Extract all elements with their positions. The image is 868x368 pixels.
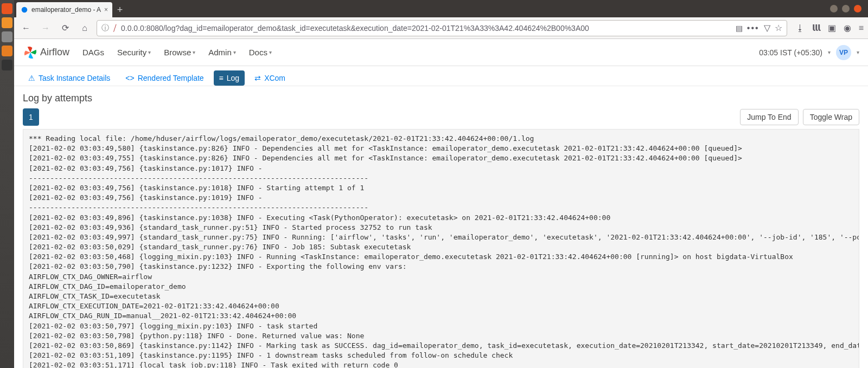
chevron-down-icon[interactable]: ▾ [828,49,831,55]
tab-log[interactable]: ≡Log [214,70,245,86]
account-icon[interactable]: ◉ [844,23,851,33]
nav-browse[interactable]: Browse▾ [164,48,195,57]
browser-titlebar: emailoperator_demo - A × + [14,0,868,17]
chevron-down-icon: ▾ [233,49,236,55]
airflow-logo[interactable]: Airflow [23,45,69,60]
window-controls [830,5,866,12]
insecure-icon: ⧸ [113,23,117,33]
browser-tab[interactable]: emailoperator_demo - A × [16,2,112,17]
url-text: 0.0.0.0:8080/log?dag_id=emailoperator_de… [121,24,589,33]
avatar[interactable]: VP [836,45,851,60]
back-button[interactable]: ← [18,21,34,36]
brand-text: Airflow [40,47,69,58]
downloads-icon[interactable]: ⭳ [796,23,805,33]
more-icon[interactable]: ••• [747,23,760,33]
os-launcher[interactable] [0,0,14,368]
sidebar-icon[interactable]: ▣ [828,23,836,33]
window-maximize[interactable] [842,5,850,12]
airflow-navbar: Airflow DAGs Security▾ Browse▾ Admin▾ Do… [14,39,868,66]
launcher-icon[interactable] [2,60,12,70]
tab-xcom[interactable]: ⇄XCom [249,70,291,86]
nav-security[interactable]: Security▾ [117,48,151,57]
chevron-down-icon: ▾ [269,49,272,55]
svg-point-0 [22,7,28,13]
chevron-down-icon: ▾ [193,49,195,55]
tab-rendered-template[interactable]: <>Rendered Template [120,70,209,86]
reader-icon[interactable]: ▤ [736,24,743,33]
menu-icon[interactable]: ≡ [859,23,864,33]
launcher-icon[interactable] [2,17,12,28]
library-icon[interactable]: 𝗹𝗹𝗹 [812,23,820,33]
warning-icon: ⚠ [28,74,35,82]
pinwheel-icon [23,45,38,60]
bookmark-icon[interactable]: ☆ [775,23,782,33]
info-icon[interactable]: ⓘ [101,23,109,33]
tab-task-instance-details[interactable]: ⚠Task Instance Details [23,70,116,86]
code-icon: <> [125,74,134,82]
list-icon: ≡ [219,74,224,82]
pocket-icon[interactable]: ▽ [764,23,770,33]
window-minimize[interactable] [830,5,838,12]
home-button[interactable]: ⌂ [77,21,92,36]
tab-title: emailoperator_demo - A [31,6,101,14]
launcher-icon[interactable] [2,46,12,56]
close-icon[interactable]: × [104,6,108,14]
log-output: *** Reading local file: /home/hduser/air… [23,129,859,368]
toggle-wrap-button[interactable]: Toggle Wrap [803,109,859,125]
nav-admin[interactable]: Admin▾ [208,48,236,57]
task-tabs: ⚠Task Instance Details <>Rendered Templa… [14,66,868,86]
nav-docs[interactable]: Docs▾ [249,48,272,57]
browser-toolbar: ← → ⟳ ⌂ ⓘ ⧸ 0.0.0.0:8080/log?dag_id=emai… [14,17,868,39]
reload-button[interactable]: ⟳ [58,21,73,36]
log-title: Log by attempts [23,93,92,104]
window-close[interactable] [854,5,861,12]
clock: 03:05 IST (+05:30) [759,48,822,57]
favicon-icon [21,6,28,14]
attempt-button[interactable]: 1 [23,108,39,126]
url-bar[interactable]: ⓘ ⧸ 0.0.0.0:8080/log?dag_id=emailoperato… [97,20,787,36]
jump-to-end-button[interactable]: Jump To End [740,109,798,125]
exchange-icon: ⇄ [254,74,261,82]
new-tab-button[interactable]: + [112,2,127,17]
launcher-icon[interactable] [2,3,12,14]
forward-button[interactable]: → [38,21,53,36]
chevron-down-icon: ▾ [148,49,151,55]
chevron-down-icon[interactable]: ▾ [857,49,859,55]
launcher-icon[interactable] [2,31,12,42]
nav-dags[interactable]: DAGs [82,48,104,57]
